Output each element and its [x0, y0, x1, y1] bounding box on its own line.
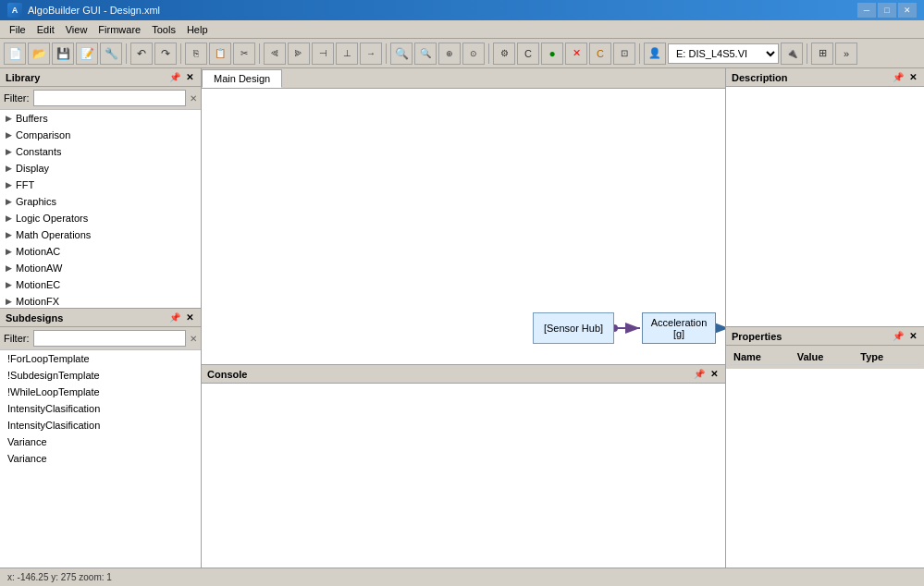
paste-button[interactable]: 📋 [209, 43, 231, 65]
subdesigns-list[interactable]: !ForLoopTemplate!SubdesignTemplate!While… [0, 350, 201, 568]
new-button[interactable]: 📄 [4, 43, 26, 65]
save-button[interactable]: 💾 [52, 43, 74, 65]
tree-arrow-icon: ▶ [6, 297, 12, 306]
upload-button[interactable]: ⊡ [613, 43, 635, 65]
library-item[interactable]: ▶MotionAW [0, 260, 201, 276]
console-header-icons: 📌 ✕ [692, 369, 720, 379]
library-item[interactable]: ▶Math Operations [0, 226, 201, 243]
library-item[interactable]: ▶Display [0, 160, 201, 177]
console-pin-icon[interactable]: 📌 [692, 369, 707, 379]
terminal-button[interactable]: ⊞ [811, 43, 833, 65]
menu-item-tools[interactable]: Tools [146, 22, 181, 37]
properties-header: Properties 📌 ✕ [726, 327, 924, 346]
redo-button[interactable]: ↷ [154, 43, 177, 65]
tree-arrow-icon: ▶ [6, 180, 12, 189]
board-icon-button[interactable]: 🔌 [781, 43, 803, 65]
settings-button[interactable]: 🔧 [100, 43, 122, 65]
tree-arrow-icon: ▶ [6, 164, 12, 173]
library-item[interactable]: ▶FFT [0, 177, 201, 193]
subdesign-item[interactable]: !WhileLoopTemplate [0, 384, 201, 400]
flow-node-sensor-hub[interactable]: [Sensor Hub] [533, 312, 614, 344]
properties-panel: Properties 📌 ✕ Name Value Type [726, 327, 924, 568]
description-panel: Description 📌 ✕ [726, 68, 924, 327]
subdesigns-pin-icon[interactable]: 📌 [167, 312, 182, 323]
menu-item-firmware[interactable]: Firmware [92, 22, 146, 37]
library-item[interactable]: ▶MotionAC [0, 243, 201, 260]
library-pin-icon[interactable]: 📌 [167, 72, 182, 82]
user-button[interactable]: 👤 [644, 43, 666, 65]
properties-header-icons: 📌 ✕ [891, 331, 918, 341]
library-title: Library [6, 72, 40, 83]
align-top-button[interactable]: → [360, 43, 382, 65]
maximize-button[interactable]: □ [878, 3, 896, 18]
library-item[interactable]: ▶Constants [0, 143, 201, 160]
tab-main-design[interactable]: Main Design [202, 69, 282, 88]
library-item[interactable]: ▶Buffers [0, 110, 201, 127]
subdesigns-filter-input[interactable] [33, 330, 187, 347]
properties-pin-icon[interactable]: 📌 [891, 331, 906, 341]
toolbar-sep7 [807, 43, 807, 64]
properties-close-icon[interactable]: ✕ [907, 331, 918, 341]
zoom-fit-button[interactable]: ⊕ [438, 43, 461, 65]
close-button[interactable]: ✕ [898, 3, 917, 18]
zoom-out-button[interactable]: 🔍 [414, 43, 437, 65]
library-item[interactable]: ▶Graphics [0, 193, 201, 210]
open-button[interactable]: 📂 [28, 43, 50, 65]
copy-button[interactable]: ⎘ [185, 43, 207, 65]
description-header-icons: 📌 ✕ [891, 72, 918, 82]
library-item[interactable]: ▶Logic Operators [0, 210, 201, 226]
menu-item-edit[interactable]: Edit [31, 22, 60, 37]
description-close-icon[interactable]: ✕ [907, 72, 918, 82]
align-center-button[interactable]: ⫸ [288, 43, 310, 65]
board-dropdown[interactable]: E: DIS_L4S5.VI [668, 43, 779, 64]
library-item[interactable]: ▶Comparison [0, 127, 201, 143]
stop-button[interactable]: ✕ [565, 43, 587, 65]
menu-item-view[interactable]: View [60, 22, 93, 37]
run-button[interactable]: ● [541, 43, 563, 65]
flow-node-acceleration[interactable]: Acceleration[g] [642, 312, 716, 344]
config-button[interactable]: ⚙ [493, 43, 515, 65]
align-left-button[interactable]: ⫷ [264, 43, 286, 65]
library-item[interactable]: ▶MotionEC [0, 276, 201, 293]
more-button[interactable]: » [835, 43, 857, 65]
generate-button[interactable]: C [517, 43, 539, 65]
tree-arrow-icon: ▶ [6, 280, 12, 289]
toolbar-sep5 [488, 43, 489, 64]
zoom-in-button[interactable]: 🔍 [390, 43, 413, 65]
subdesign-item[interactable]: IntensityClasification [0, 400, 201, 417]
subdesigns-filter-row: Filter: ✕ [0, 327, 201, 350]
library-filter-input[interactable] [33, 90, 187, 106]
minimize-button[interactable]: ─ [857, 3, 876, 18]
align-bottom-button[interactable]: ⊥ [336, 43, 358, 65]
right-panel: Description 📌 ✕ Properties 📌 ✕ Name Valu… [725, 68, 924, 568]
subdesign-item[interactable]: !SubdesignTemplate [0, 367, 201, 384]
description-pin-icon[interactable]: 📌 [891, 72, 906, 82]
undo-button[interactable]: ↶ [130, 43, 153, 65]
align-right-button[interactable]: ⊣ [312, 43, 334, 65]
subdesign-item[interactable]: !ForLoopTemplate [0, 350, 201, 367]
subdesign-item[interactable]: Variance [0, 433, 201, 450]
library-tree[interactable]: ▶Buffers▶Comparison▶Constants▶Display▶FF… [0, 110, 201, 308]
cut-button[interactable]: ✂ [233, 43, 255, 65]
library-panel: Library 📌 ✕ Filter: ✕ ▶Buffers▶Compariso… [0, 68, 201, 309]
debug-button[interactable]: C [589, 43, 611, 65]
subdesigns-close-icon[interactable]: ✕ [184, 312, 195, 323]
library-filter-clear[interactable]: ✕ [190, 93, 197, 104]
library-close-icon[interactable]: ✕ [184, 72, 195, 82]
design-canvas[interactable]: [Sensor Hub] Acceleration[g] Graph [202, 89, 725, 364]
toolbar-sep1 [126, 43, 127, 64]
menu-item-file[interactable]: File [4, 22, 31, 37]
zoom-reset-button[interactable]: ⊙ [462, 43, 485, 65]
left-panel: Library 📌 ✕ Filter: ✕ ▶Buffers▶Compariso… [0, 68, 202, 568]
toolbar-sep6 [639, 43, 640, 64]
console-close-icon[interactable]: ✕ [708, 369, 720, 379]
titlebar: A AlgoBuilder GUI - Design.xml ─ □ ✕ [0, 0, 924, 20]
subdesign-item[interactable]: IntensityClasification [0, 417, 201, 433]
tree-arrow-icon: ▶ [6, 130, 12, 140]
subdesign-item[interactable]: Variance [0, 450, 201, 467]
menu-item-help[interactable]: Help [181, 22, 214, 37]
titlebar-controls: ─ □ ✕ [857, 3, 917, 18]
subdesigns-filter-clear[interactable]: ✕ [190, 334, 197, 344]
saveas-button[interactable]: 📝 [76, 43, 98, 65]
library-item[interactable]: ▶MotionFX [0, 293, 201, 308]
